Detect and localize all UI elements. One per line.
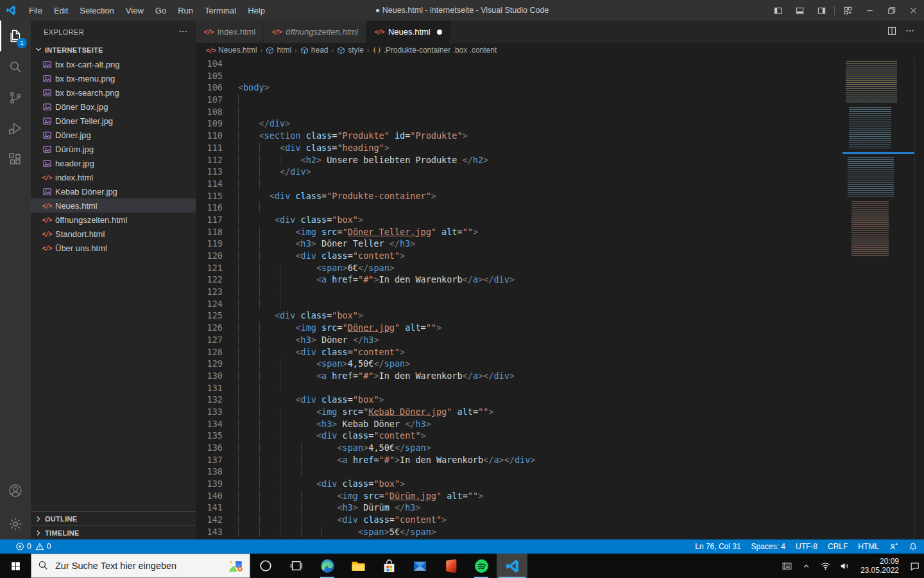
status-warnings[interactable]: 0 <box>35 542 51 551</box>
code-line-131[interactable]: 131 <box>196 382 924 394</box>
activity-explorer[interactable]: 1 <box>0 21 31 51</box>
activity-accounts[interactable] <box>0 475 31 506</box>
file-Dürüm.jpg[interactable]: Dürüm.jpg <box>31 142 196 156</box>
file-index.html[interactable]: </>index.html <box>31 170 196 184</box>
menu-run[interactable]: Run <box>172 0 199 21</box>
code-line-138[interactable]: 138 <box>196 466 924 478</box>
editor-scrollbar[interactable] <box>914 57 924 539</box>
section-timeline[interactable]: TIMELINE <box>31 525 196 539</box>
file-bx bx-search.png[interactable]: bx bx-search.png <box>31 85 196 100</box>
code-line-134[interactable]: 134 <h3> Kebab Döner </h3> <box>196 418 924 430</box>
cortana-button[interactable] <box>250 554 281 578</box>
menu-edit[interactable]: Edit <box>48 0 74 21</box>
taskbar-app-vscode[interactable] <box>497 554 527 578</box>
explorer-more-actions-icon[interactable] <box>178 26 188 38</box>
code-line-130[interactable]: 130 <a href="#">In den Warenkorb</a></di… <box>196 370 924 382</box>
code-line-132[interactable]: 132 <div class="box"> <box>196 394 924 406</box>
code-line-110[interactable]: 110 <section class="Produkte" id="Produk… <box>196 130 924 142</box>
tab-Neues.html[interactable]: </>Neues.html <box>366 21 450 43</box>
file-Döner Box.jpg[interactable]: Döner Box.jpg <box>31 100 196 114</box>
code-line-137[interactable]: 137 <a href="#">In den Warenkorb</a></di… <box>196 454 924 466</box>
breadcrumb-style[interactable]: style <box>337 46 364 55</box>
activity-extensions[interactable] <box>0 144 31 175</box>
activity-run-debug[interactable] <box>0 113 31 144</box>
tray-touch-keyboard[interactable] <box>778 554 797 578</box>
layout-sidebar-left-button[interactable] <box>767 0 789 21</box>
code-line-112[interactable]: 112 <h2> Unsere beliebten Produkte </h2> <box>196 154 924 166</box>
code-line-139[interactable]: 139 <div class="box"> <box>196 478 924 490</box>
code-line-104[interactable]: 104 <box>196 58 924 70</box>
breadcrumb-Neues.html[interactable]: </>Neues.html <box>206 46 257 55</box>
code-line-136[interactable]: 136 <span>4,50€</span> <box>196 442 924 454</box>
code-line-126[interactable]: 126 <img src="Döner.jpg" alt=""> <box>196 322 924 334</box>
code-line-124[interactable]: 124 <box>196 298 924 310</box>
split-editor-button[interactable] <box>887 26 897 39</box>
task-view-button[interactable] <box>281 554 312 578</box>
tray-network[interactable] <box>816 554 835 578</box>
code-line-122[interactable]: 122 <a href="#">In den Warenkorb</a></di… <box>196 274 924 286</box>
file-header.jpg[interactable]: header.jpg <box>31 156 196 170</box>
code-line-128[interactable]: 128 <div class="content"> <box>196 346 924 358</box>
layout-panel-button[interactable] <box>789 0 810 21</box>
customize-layout-button[interactable] <box>837 0 859 21</box>
more-actions-button[interactable] <box>905 26 915 39</box>
status-feedback[interactable] <box>889 542 898 551</box>
code-line-117[interactable]: 117 <div class="box"> <box>196 214 924 226</box>
file-Döner Teller.jpg[interactable]: Döner Teller.jpg <box>31 114 196 128</box>
code-line-108[interactable]: 108 <box>196 106 924 118</box>
restore-button[interactable] <box>880 0 902 21</box>
code-line-143[interactable]: 143 <span>5€</span> <box>196 526 924 538</box>
file-bx bx-cart-alt.png[interactable]: bx bx-cart-alt.png <box>31 57 196 71</box>
code-line-115[interactable]: 115 <div class="Produkte-container"> <box>196 190 924 202</box>
taskbar-app-file-explorer[interactable] <box>343 554 373 578</box>
start-button[interactable] <box>0 554 31 578</box>
code-line-125[interactable]: 125 <div class="box"> <box>196 310 924 322</box>
activity-search[interactable] <box>0 51 31 82</box>
code-line-116[interactable]: 116 <box>196 202 924 214</box>
code-line-118[interactable]: 118 <img src="Döner Teller.jpg" alt=""> <box>196 226 924 238</box>
taskbar-search[interactable]: Zur Suche Text hier eingeben <box>31 554 250 578</box>
search-highlights-icon[interactable] <box>227 557 244 574</box>
file-Neues.html[interactable]: </>Neues.html <box>31 198 196 213</box>
code-line-111[interactable]: 111 <div class="heading"> <box>196 142 924 154</box>
code-line-133[interactable]: 133 <img src="Kebab Döner.jpg" alt=""> <box>196 406 924 418</box>
menu-go[interactable]: Go <box>150 0 172 21</box>
code-line-123[interactable]: 123 <box>196 286 924 298</box>
code-line-106[interactable]: 106<body> <box>196 82 924 94</box>
file-Kebab Döner.jpg[interactable]: Kebab Döner.jpg <box>31 184 196 198</box>
tray-volume[interactable] <box>835 554 855 578</box>
code-line-141[interactable]: 141 <h3> Dürüm </h3> <box>196 502 924 514</box>
menu-terminal[interactable]: Terminal <box>199 0 242 21</box>
code-line-142[interactable]: 142 <div class="content"> <box>196 514 924 526</box>
code-line-109[interactable]: 109 </div> <box>196 118 924 130</box>
section-outline[interactable]: OUTLINE <box>31 511 196 525</box>
tab-index.html[interactable]: </>index.html <box>196 21 264 43</box>
code-line-135[interactable]: 135 <div class="content"> <box>196 430 924 442</box>
activity-settings[interactable] <box>0 509 31 539</box>
minimap[interactable] <box>843 57 914 539</box>
action-center-icon[interactable] <box>905 554 924 578</box>
status-notifications[interactable] <box>909 542 918 551</box>
problems-status[interactable]: 00 <box>15 542 51 551</box>
breadcrumb-head[interactable]: head <box>300 46 329 55</box>
close-button[interactable] <box>902 0 924 21</box>
menu-help[interactable]: Help <box>242 0 271 21</box>
status-cursor-position[interactable]: Ln 76, Col 31 <box>695 542 740 551</box>
status-eol[interactable]: CRLF <box>828 542 848 551</box>
file-öffnungszeiten.html[interactable]: </>öffnungszeiten.html <box>31 213 196 227</box>
status-encoding[interactable]: UTF-8 <box>796 542 817 551</box>
tray-tray-expand[interactable] <box>797 554 816 578</box>
menu-view[interactable]: View <box>120 0 150 21</box>
status-errors[interactable]: 0 <box>15 542 31 551</box>
code-line-120[interactable]: 120 <div class="content"> <box>196 250 924 262</box>
activity-source-control[interactable] <box>0 82 31 113</box>
minimize-button[interactable] <box>859 0 880 21</box>
folder-internetseite[interactable]: INTERNETSEITE <box>31 43 196 57</box>
file-Über uns.html[interactable]: </>Über uns.html <box>31 241 196 255</box>
code-line-113[interactable]: 113 </div> <box>196 166 924 178</box>
status-language-mode[interactable]: HTML <box>858 542 879 551</box>
code-line-121[interactable]: 121 <span>6€</span> <box>196 262 924 274</box>
file-Döner.jpg[interactable]: Döner.jpg <box>31 128 196 142</box>
taskbar-app-edge[interactable] <box>312 554 343 578</box>
code-editor[interactable]: 104105106<body>107 108 109 </div>110 <se… <box>196 57 924 539</box>
